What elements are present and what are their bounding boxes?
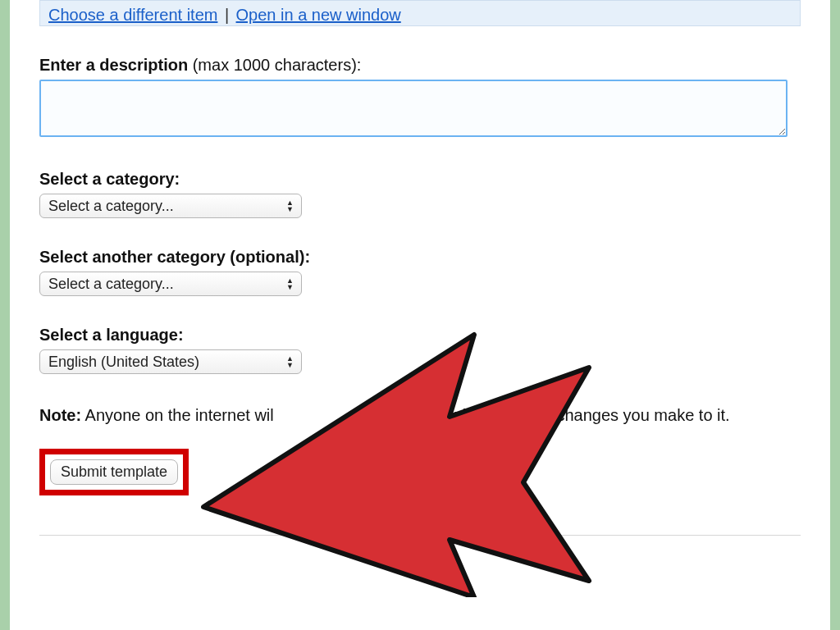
description-input[interactable]: [39, 80, 788, 137]
submit-row: Submit template: [39, 449, 801, 495]
category2-label: Select another category (optional):: [39, 248, 801, 267]
link-separator: |: [225, 6, 229, 24]
language-field: Select a language: English (United State…: [39, 326, 801, 374]
choose-item-link[interactable]: Choose a different item: [48, 6, 217, 24]
open-window-link[interactable]: Open in a new window: [236, 6, 401, 24]
category2-field: Select another category (optional): Sele…: [39, 248, 801, 296]
description-field: Enter a description (max 1000 characters…: [39, 56, 801, 140]
info-box: Choose a different item | Open in a new …: [39, 0, 801, 26]
note-text: Note: Anyone on the internet will be abl…: [39, 404, 801, 427]
description-label: Enter a description (max 1000 characters…: [39, 56, 801, 75]
category-field: Select a category: Select a category... …: [39, 170, 801, 218]
category-label: Select a category:: [39, 170, 801, 189]
highlight-box: Submit template: [39, 449, 189, 495]
language-label: Select a language:: [39, 326, 801, 345]
language-select[interactable]: English (United States): [39, 349, 302, 374]
divider: [39, 535, 801, 536]
category-select[interactable]: Select a category...: [39, 194, 302, 218]
category2-select[interactable]: Select a category...: [39, 272, 302, 296]
submit-template-button[interactable]: Submit template: [50, 459, 178, 485]
